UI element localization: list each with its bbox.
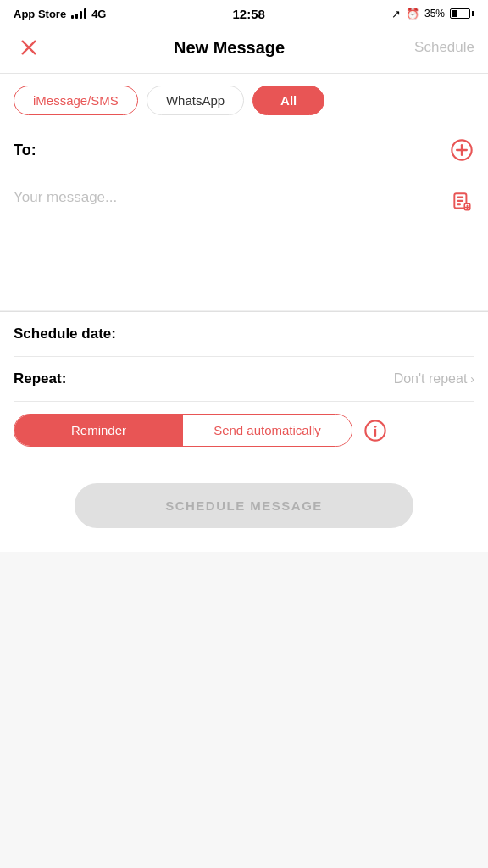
status-right: ↗ ⏰ 35% (391, 8, 474, 20)
repeat-selector[interactable]: Don't repeat › (394, 371, 474, 387)
schedule-date-row: Schedule date: (14, 312, 474, 357)
status-bar: App Store 4G 12:58 ↗ ⏰ 35% (0, 0, 488, 25)
signal-icon (71, 8, 86, 19)
schedule-date-label: Schedule date: (14, 326, 116, 342)
bottom-spacer (0, 552, 488, 868)
repeat-label: Repeat: (14, 370, 66, 387)
network-label: 4G (92, 8, 106, 20)
repeat-row: Repeat: Don't repeat › (14, 357, 474, 402)
imessage-sms-button[interactable]: iMessage/SMS (14, 86, 138, 115)
template-icon-button[interactable] (449, 189, 474, 214)
nav-bar: New Message Schedule (0, 25, 488, 74)
all-button[interactable]: All (252, 86, 324, 115)
schedule-btn-area: SCHEDULE MESSAGE (0, 459, 488, 552)
message-area[interactable]: Your message... (0, 175, 488, 311)
message-placeholder: Your message... (14, 187, 449, 206)
close-button[interactable] (14, 32, 44, 63)
add-recipient-button[interactable] (449, 137, 474, 163)
reminder-toggle: Reminder Send automatically (14, 414, 352, 447)
info-button[interactable] (361, 416, 390, 445)
to-label: To: (14, 142, 36, 159)
battery-percent: 35% (424, 8, 445, 19)
location-icon: ↗ (391, 8, 401, 20)
schedule-button[interactable]: Schedule (414, 39, 474, 56)
type-selector: iMessage/SMS WhatsApp All (0, 74, 488, 125)
send-automatically-option[interactable]: Send automatically (183, 415, 352, 446)
svg-rect-8 (458, 203, 461, 205)
whatsapp-button[interactable]: WhatsApp (147, 86, 244, 115)
carrier-label: App Store (14, 8, 66, 20)
schedule-message-button[interactable]: SCHEDULE MESSAGE (75, 483, 413, 528)
svg-rect-6 (458, 197, 464, 198)
reminder-option[interactable]: Reminder (14, 415, 183, 446)
alarm-icon: ⏰ (406, 8, 419, 20)
repeat-value-text: Don't repeat (394, 371, 468, 387)
chevron-right-icon: › (470, 372, 474, 386)
svg-point-14 (374, 425, 377, 427)
svg-rect-7 (458, 200, 464, 202)
reminder-toggle-row: Reminder Send automatically (14, 402, 474, 459)
page-title: New Message (174, 38, 285, 58)
to-field: To: (0, 125, 488, 175)
status-left: App Store 4G (14, 8, 106, 20)
time-label: 12:58 (233, 7, 265, 21)
battery-icon (450, 8, 474, 19)
schedule-section: Schedule date: Repeat: Don't repeat › Re… (0, 312, 488, 459)
